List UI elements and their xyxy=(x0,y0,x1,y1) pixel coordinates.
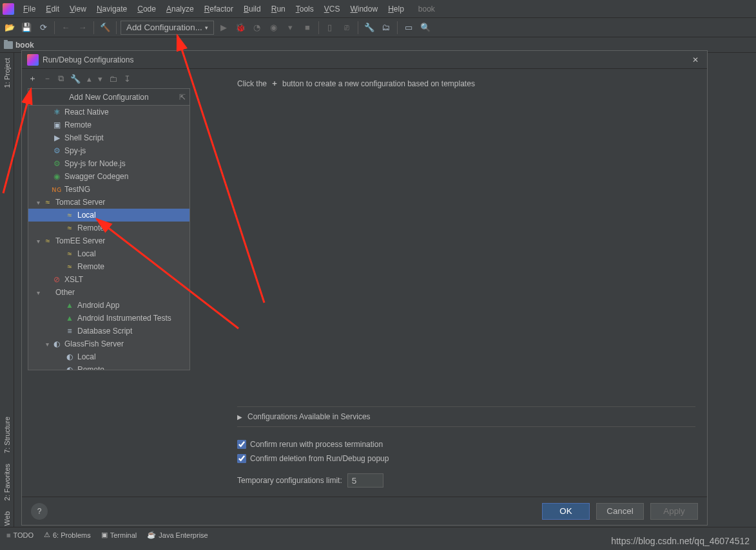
config-item-react-native[interactable]: ⚛React Native xyxy=(28,106,189,119)
dropdown-icon: ▾ xyxy=(205,24,208,31)
main-toolbar: 📂 💾 ⟳ ← → 🔨 Add Configuration... ▾ ▶ 🐞 ◔… xyxy=(0,18,756,37)
wrench-icon[interactable]: 🔧 xyxy=(362,21,376,35)
stop-icon[interactable]: ■ xyxy=(300,21,315,35)
config-item-remote[interactable]: ◐Remote xyxy=(28,363,189,370)
add-new-config-popup: Add New Configuration ⇱ ⚛React Native▣Re… xyxy=(28,88,190,370)
intellij-icon xyxy=(27,54,39,66)
temp-limit-row: Temporary configurations limit: xyxy=(237,473,695,488)
add-configuration-label: Add Configuration... xyxy=(126,23,202,32)
avd-icon[interactable]: ⎚ xyxy=(340,21,354,35)
config-item-tomcat-server[interactable]: ▾≈Tomcat Server xyxy=(28,196,189,209)
checkbox-input[interactable] xyxy=(237,454,246,463)
config-item-android-app[interactable]: ▲Android App xyxy=(28,299,189,312)
popup-header: Add New Configuration ⇱ xyxy=(28,89,189,106)
menu-refactor[interactable]: Refactor xyxy=(199,3,238,15)
config-item-local[interactable]: ◐Local xyxy=(28,350,189,363)
menu-edit[interactable]: Edit xyxy=(41,3,64,15)
folder-move-icon[interactable]: 🗀 xyxy=(109,74,117,84)
left-tool-strip: 1: Project 7: Structure 2: Favorites Web xyxy=(0,53,14,531)
strip-favorites[interactable]: 2: Favorites xyxy=(2,459,12,506)
limit-input[interactable] xyxy=(347,473,383,488)
config-left-pane: ＋ － ⧉ 🔧 ▴ ▾ 🗀 ↧ Add New Configuration ⇱ … xyxy=(22,69,226,497)
menu-file[interactable]: File xyxy=(18,3,41,15)
config-item-remote[interactable]: ≈Remote xyxy=(28,222,189,234)
menu-analyze[interactable]: Analyze xyxy=(161,3,199,15)
config-item-remote[interactable]: ≈Remote xyxy=(28,260,189,273)
attached-dropdown-icon[interactable]: ▾ xyxy=(284,21,298,35)
config-item-testng[interactable]: ɴɢTestNG xyxy=(28,183,189,196)
dialog-footer: ? OK Cancel Apply xyxy=(22,497,707,525)
down-icon[interactable]: ▾ xyxy=(98,74,102,84)
back-icon[interactable]: ← xyxy=(59,21,73,35)
config-item-database-script[interactable]: ≡Database Script xyxy=(28,325,189,337)
config-type-list[interactable]: ⚛React Native▣Remote▶Shell Script⚙Spy-js… xyxy=(28,106,189,370)
folder-icon xyxy=(4,41,13,49)
search-icon[interactable]: 🔍 xyxy=(418,21,432,35)
limit-label: Temporary configurations limit: xyxy=(237,476,342,485)
config-item-tomee-server[interactable]: ▾≈TomEE Server xyxy=(28,234,189,247)
add-configuration-button[interactable]: Add Configuration... ▾ xyxy=(121,21,214,35)
config-item-spy-js[interactable]: ⚙Spy-js xyxy=(28,144,189,157)
refresh-icon[interactable]: ⟳ xyxy=(36,21,50,35)
config-item-spy-js-for-node-js[interactable]: ⚙Spy-js for Node.js xyxy=(28,157,189,170)
todo-tab[interactable]: ≡ TODO xyxy=(6,531,34,539)
menu-run[interactable]: Run xyxy=(266,3,291,15)
config-item-glassfish-server[interactable]: ▾◐GlassFish Server xyxy=(28,337,189,350)
java-enterprise-tab[interactable]: ☕ Java Enterprise xyxy=(147,531,208,539)
run-icon[interactable]: ▶ xyxy=(217,21,231,35)
build-icon[interactable]: 🔨 xyxy=(98,21,112,35)
menu-vcs[interactable]: VCS xyxy=(319,3,345,15)
menu-build[interactable]: Build xyxy=(238,3,266,15)
breadcrumb-project[interactable]: book xyxy=(15,41,34,50)
problems-tab[interactable]: ⚠ 6: Problems xyxy=(44,531,91,539)
sort-icon[interactable]: ↧ xyxy=(124,74,131,84)
close-icon[interactable]: ✕ xyxy=(689,53,702,66)
confirm-rerun-checkbox[interactable]: Confirm rerun with process termination xyxy=(237,440,695,449)
up-icon[interactable]: ▴ xyxy=(87,74,92,84)
save-icon[interactable]: 💾 xyxy=(19,21,34,35)
config-item-shell-script[interactable]: ▶Shell Script xyxy=(28,131,189,144)
config-item-xslt[interactable]: ⊘XSLT xyxy=(28,273,189,286)
forward-icon[interactable]: → xyxy=(75,21,90,35)
watermark-text: https://blog.csdn.net/qq_46074512 xyxy=(611,536,750,546)
popup-title: Add New Configuration xyxy=(69,93,148,102)
pin-icon[interactable]: ⇱ xyxy=(179,93,186,102)
config-item-local[interactable]: ≈Local xyxy=(28,247,189,260)
ok-button[interactable]: OK xyxy=(542,503,590,520)
apply-button[interactable]: Apply xyxy=(650,503,698,520)
confirm-delete-checkbox[interactable]: Confirm deletion from Run/Debug popup xyxy=(237,454,695,463)
services-section[interactable]: ▶ Configurations Available in Services xyxy=(237,406,695,427)
config-item-android-instrumented-tests[interactable]: ▲Android Instrumented Tests xyxy=(28,312,189,325)
help-button[interactable]: ? xyxy=(31,503,48,520)
checkbox-input[interactable] xyxy=(237,440,246,449)
menu-code[interactable]: Code xyxy=(132,3,161,15)
config-item-local[interactable]: ≈Local xyxy=(28,209,189,222)
config-toolbar: ＋ － ⧉ 🔧 ▴ ▾ 🗀 ↧ xyxy=(22,69,225,88)
config-right-pane: Click the ＋ button to create a new confi… xyxy=(226,69,707,497)
remove-icon[interactable]: － xyxy=(43,73,52,84)
menu-view[interactable]: View xyxy=(64,3,92,15)
wrench-icon[interactable]: 🔧 xyxy=(70,74,81,84)
add-icon[interactable]: ＋ xyxy=(28,73,37,84)
config-item-remote[interactable]: ▣Remote xyxy=(28,119,189,131)
menu-help[interactable]: Help xyxy=(383,3,409,15)
coverage-icon[interactable]: ◔ xyxy=(250,21,264,35)
open-icon[interactable]: 📂 xyxy=(3,21,17,35)
chevron-right-icon: ▶ xyxy=(237,413,242,421)
menu-tools[interactable]: Tools xyxy=(291,3,319,15)
menu-window[interactable]: Window xyxy=(345,3,383,15)
profile-icon[interactable]: ◉ xyxy=(267,21,281,35)
menu-navigate[interactable]: Navigate xyxy=(92,3,132,15)
terminal-tab[interactable]: ▣ Terminal xyxy=(101,531,137,539)
config-item-other[interactable]: ▾Other xyxy=(28,286,189,299)
device-icon[interactable]: ▯ xyxy=(323,21,337,35)
strip-structure[interactable]: 7: Structure xyxy=(2,412,12,459)
config-item-swagger-codegen[interactable]: ◉Swagger Codegen xyxy=(28,170,189,183)
debug-icon[interactable]: 🐞 xyxy=(233,21,247,35)
project-structure-icon[interactable]: 🗂 xyxy=(379,21,393,35)
cancel-button[interactable]: Cancel xyxy=(596,503,644,520)
presentation-icon[interactable]: ▭ xyxy=(402,21,416,35)
intellij-icon xyxy=(3,3,14,15)
copy-icon[interactable]: ⧉ xyxy=(58,73,64,84)
strip-project[interactable]: 1: Project xyxy=(2,53,12,93)
